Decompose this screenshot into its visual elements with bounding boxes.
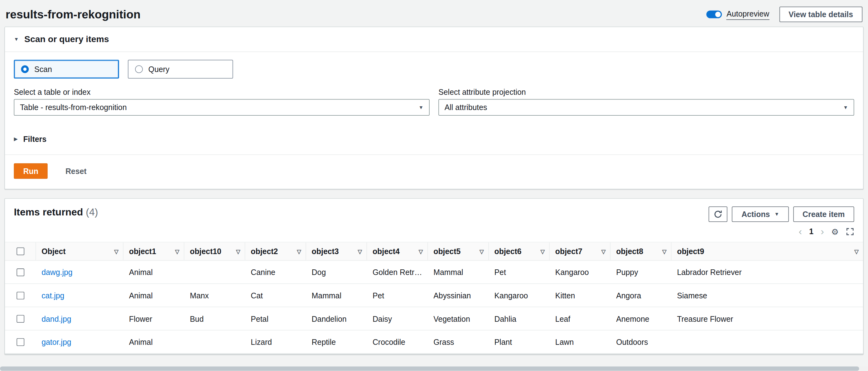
table-cell: Anemone bbox=[611, 314, 671, 323]
table-select-label: Select a table or index bbox=[14, 88, 429, 96]
column-header-object9[interactable]: object9▽ bbox=[672, 243, 863, 260]
column-header-object8[interactable]: object8▽ bbox=[611, 243, 671, 260]
table-cell: Kitten bbox=[550, 291, 611, 300]
scan-query-panel: ▼ Scan or query items Scan Query Select … bbox=[4, 27, 864, 189]
column-header-label: object2 bbox=[251, 247, 278, 256]
query-radio-tile[interactable]: Query bbox=[128, 60, 233, 79]
filter-icon[interactable]: ▽ bbox=[479, 248, 484, 254]
row-checkbox[interactable] bbox=[17, 268, 24, 276]
column-header-object1[interactable]: object1▽ bbox=[123, 243, 184, 260]
row-checkbox-cell bbox=[5, 338, 36, 346]
actions-dropdown-button[interactable]: Actions ▼ bbox=[732, 206, 789, 222]
filter-icon[interactable]: ▽ bbox=[297, 248, 301, 254]
items-panel-actions: Actions ▼ Create item bbox=[709, 206, 854, 222]
filter-icon[interactable]: ▽ bbox=[358, 248, 362, 254]
select-all-checkbox[interactable] bbox=[17, 248, 24, 255]
create-item-button[interactable]: Create item bbox=[793, 206, 854, 222]
table-cell: Pet bbox=[367, 291, 428, 300]
object-cell: cat.jpg bbox=[36, 291, 123, 300]
table-cell: Mammal bbox=[306, 291, 367, 300]
view-table-details-button[interactable]: View table details bbox=[779, 6, 862, 22]
row-checkbox[interactable] bbox=[17, 315, 24, 322]
reset-button[interactable]: Reset bbox=[60, 163, 92, 179]
mode-tiles: Scan Query bbox=[14, 60, 854, 79]
scrollbar-thumb[interactable] bbox=[0, 367, 859, 371]
radio-unselected-icon[interactable] bbox=[135, 65, 143, 73]
table-cell: Labrador Retriever bbox=[672, 268, 863, 276]
run-button[interactable]: Run bbox=[14, 163, 48, 179]
table-cell: Puppy bbox=[611, 268, 671, 276]
column-header-label: Object bbox=[41, 247, 65, 256]
column-header-object6[interactable]: object6▽ bbox=[489, 243, 550, 260]
object-cell: gator.jpg bbox=[36, 337, 123, 346]
column-header-label: object5 bbox=[433, 247, 461, 256]
run-actions-row: Run Reset bbox=[14, 155, 854, 179]
column-header-object4[interactable]: object4▽ bbox=[367, 243, 428, 260]
attribute-projection-select[interactable]: All attributes ▼ bbox=[438, 99, 854, 116]
items-returned-title: Items returned (4) bbox=[14, 206, 98, 218]
table-cell: Pet bbox=[489, 268, 550, 276]
column-header-object5[interactable]: object5▽ bbox=[428, 243, 489, 260]
previous-page-button[interactable]: ‹ bbox=[799, 226, 802, 236]
items-returned-label: Items returned bbox=[14, 206, 83, 218]
filter-icon[interactable]: ▽ bbox=[854, 248, 859, 254]
page-title: results-from-rekognition bbox=[6, 8, 141, 21]
scan-query-panel-header[interactable]: ▼ Scan or query items bbox=[5, 27, 863, 52]
table-cell: Crocodile bbox=[367, 337, 428, 346]
items-panel-header: Items returned (4) Actions ▼ Create item bbox=[5, 198, 863, 224]
item-link[interactable]: dand.jpg bbox=[41, 314, 71, 323]
column-header-object2[interactable]: object2▽ bbox=[245, 243, 306, 260]
scan-radio-tile[interactable]: Scan bbox=[14, 60, 119, 79]
table-select[interactable]: Table - results-from-rekognition ▼ bbox=[14, 99, 429, 116]
table-cell: Reptile bbox=[306, 337, 367, 346]
table-cell: Dandelion bbox=[306, 314, 367, 323]
filter-icon[interactable]: ▽ bbox=[662, 248, 666, 254]
filters-label: Filters bbox=[23, 134, 46, 143]
column-header-Object[interactable]: Object▽ bbox=[36, 243, 123, 260]
filter-icon[interactable]: ▽ bbox=[540, 248, 545, 254]
preferences-gear-icon[interactable]: ⚙ bbox=[831, 227, 839, 236]
projection-select-value: All attributes bbox=[444, 103, 487, 112]
next-page-button[interactable]: › bbox=[820, 226, 824, 236]
row-checkbox[interactable] bbox=[17, 338, 24, 346]
table-cell: Kangaroo bbox=[550, 268, 611, 276]
filter-icon[interactable]: ▽ bbox=[601, 248, 606, 254]
pagination-row: ‹ 1 › ⚙ bbox=[5, 224, 863, 242]
items-table: Object▽object1▽object10▽object2▽object3▽… bbox=[5, 242, 863, 354]
filter-icon[interactable]: ▽ bbox=[419, 248, 423, 254]
fullscreen-expand-icon[interactable] bbox=[846, 227, 854, 236]
refresh-button[interactable] bbox=[709, 206, 727, 222]
column-header-label: object8 bbox=[616, 247, 643, 256]
page-number[interactable]: 1 bbox=[809, 227, 813, 236]
column-header-label: object3 bbox=[312, 247, 339, 256]
expand-caret-icon[interactable]: ▶ bbox=[14, 136, 18, 142]
table-cell: Animal bbox=[123, 268, 184, 276]
table-cell: Manx bbox=[184, 291, 245, 300]
table-body: dawg.jpgAnimalCanineDogGolden Retr…Mamma… bbox=[5, 260, 863, 353]
radio-selected-icon[interactable] bbox=[21, 65, 29, 73]
item-link[interactable]: gator.jpg bbox=[41, 337, 71, 346]
horizontal-scrollbar[interactable] bbox=[0, 367, 868, 371]
table-row: cat.jpgAnimalManxCatMammalPetAbyssinianK… bbox=[5, 284, 863, 307]
column-header-object3[interactable]: object3▽ bbox=[306, 243, 367, 260]
filter-icon[interactable]: ▽ bbox=[114, 248, 119, 254]
table-cell: Angora bbox=[611, 291, 671, 300]
table-cell: Cat bbox=[245, 291, 306, 300]
column-header-object10[interactable]: object10▽ bbox=[184, 243, 245, 260]
row-checkbox-cell bbox=[5, 268, 36, 276]
column-header-object7[interactable]: object7▽ bbox=[550, 243, 611, 260]
item-link[interactable]: cat.jpg bbox=[41, 291, 64, 300]
toggle-knob bbox=[716, 11, 721, 17]
filter-icon[interactable]: ▽ bbox=[236, 248, 240, 254]
actions-label: Actions bbox=[741, 210, 770, 219]
toggle-switch-icon[interactable] bbox=[707, 10, 722, 19]
chevron-down-icon: ▼ bbox=[418, 105, 424, 110]
item-link[interactable]: dawg.jpg bbox=[41, 268, 73, 276]
table-cell: Leaf bbox=[550, 314, 611, 323]
filters-expander[interactable]: ▶ Filters bbox=[14, 134, 854, 143]
collapse-caret-icon[interactable]: ▼ bbox=[14, 37, 19, 42]
items-returned-panel: Items returned (4) Actions ▼ Create item… bbox=[4, 198, 864, 354]
filter-icon[interactable]: ▽ bbox=[175, 248, 180, 254]
autopreview-toggle[interactable]: Autopreview bbox=[707, 9, 769, 20]
row-checkbox[interactable] bbox=[17, 291, 24, 299]
